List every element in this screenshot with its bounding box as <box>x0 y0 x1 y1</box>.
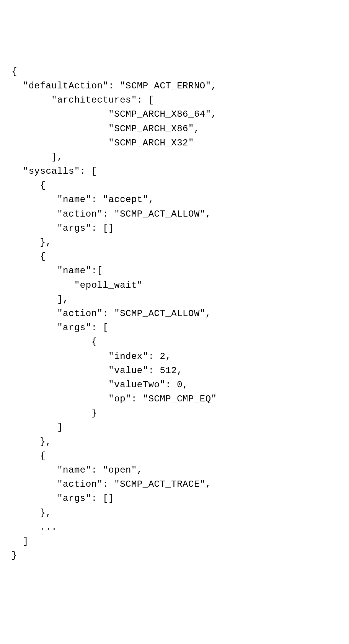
code-block: { "defaultAction": "SCMP_ACT_ERRNO", "ar… <box>11 65 338 563</box>
